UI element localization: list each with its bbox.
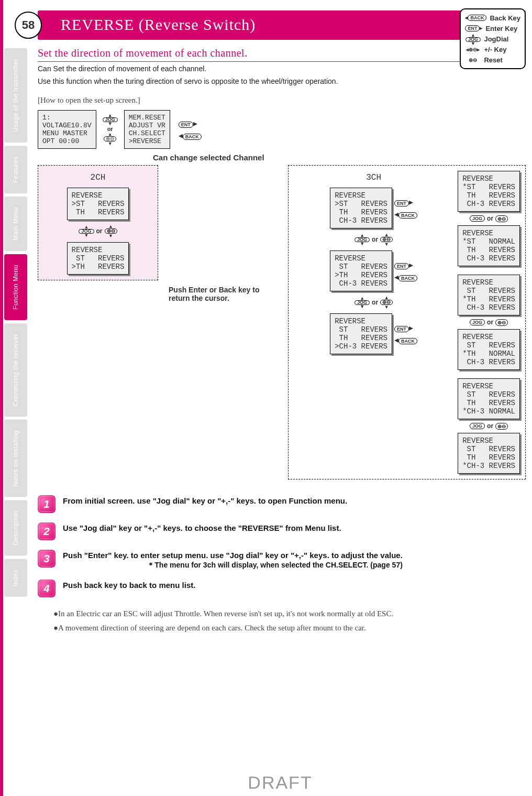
page-title: REVERSE (Reverse Switch) <box>38 10 526 40</box>
plusminus-icon: ◂⊕⊖▸ <box>465 47 481 52</box>
tab-function-menu[interactable]: Function Menu <box>4 254 27 320</box>
legend-enter: Enter Key <box>485 25 517 32</box>
step-text-4: Push back key to back to menu list. <box>63 580 195 591</box>
lcd-3ch-r0: REVERSE *ST REVERS TH REVERS CH-3 REVERS <box>458 171 520 212</box>
tab-index[interactable]: Index <box>4 559 27 597</box>
step-text-1: From initial screen. use "Jog dial" key … <box>63 495 347 506</box>
step-text-2: Use "Jog dial" key or "+,-" keys. to cho… <box>63 522 341 533</box>
back-icon: ◂BACK <box>179 130 202 140</box>
jog-or-pm-1: ▲JOG▼ or ▲⊕⊖▼ <box>103 114 118 146</box>
howto-heading: [How to open the set-up screen.] <box>38 96 526 105</box>
3ch-panel: 3CH REVERSE >ST REVERS TH REVERS CH-3 RE… <box>288 165 526 479</box>
enter-key-icon: ENT▸ <box>465 25 482 31</box>
lcd-3ch-l0: REVERSE >ST REVERS TH REVERS CH-3 REVERS <box>330 188 392 228</box>
step-badge-2: 2 <box>38 522 56 540</box>
tab-features[interactable]: Features <box>4 146 27 193</box>
3ch-title: 3CH <box>366 173 381 182</box>
legend-back: Back Key <box>490 14 520 22</box>
key-legend: ◂BACKBack Key ENT▸Enter Key ▲JOG▼JogDial… <box>460 8 526 69</box>
subtitle: Set the direction of movement of each ch… <box>38 47 526 62</box>
intro-2: Use this function when the turing direct… <box>38 77 526 87</box>
2ch-title: 2CH <box>43 173 152 182</box>
lcd-3ch-r2: REVERSE ST REVERS *TH REVERS CH-3 REVERS <box>458 275 520 315</box>
ent-icon: ENT▸ <box>179 118 202 128</box>
step-4: 4 Push back key to back to menu list. <box>38 580 526 597</box>
lcd-3ch-r4: REVERSE ST REVERS TH REVERS *CH-3 NORMAL <box>458 378 520 419</box>
tab-connecting[interactable]: Connecting the receiver <box>4 323 27 417</box>
draft-watermark: DRAFT <box>248 772 312 793</box>
step-badge-4: 4 <box>38 580 56 597</box>
legend-pm: +/- Key <box>484 46 506 53</box>
step-2: 2 Use "Jog dial" key or "+,-" keys. to c… <box>38 522 526 540</box>
lcd-menu: MEM.RESET ADJUST VR CH.SELECT >REVERSE <box>124 110 170 149</box>
lcd-2ch-b: REVERSE ST REVERS >TH REVERS <box>67 242 129 275</box>
tab-main-menu[interactable]: Main Menu <box>4 197 27 251</box>
legend-reset: Reset <box>484 56 502 64</box>
2ch-panel: 2CH REVERSE >ST REVERS TH REVERS ▲JOG▼ o… <box>38 165 158 280</box>
note-1: ●In an Electric car an ESC will adjust T… <box>53 608 526 620</box>
intro-1: Can Set the direction of movement of eac… <box>38 64 526 74</box>
jog-icon: ▲JOG▼ <box>465 32 481 46</box>
note-2: ●A movement direction of steering are de… <box>53 622 526 634</box>
lcd-3ch-l1: REVERSE ST REVERS >TH REVERS CH-3 REVERS <box>330 250 392 291</box>
side-tabs: Usage of the transmitter Features Main M… <box>3 0 28 796</box>
step-1: 1 From initial screen. use "Jog dial" ke… <box>38 495 526 513</box>
lcd-3ch-l2: REVERSE ST REVERS TH REVERS >CH-3 REVERS <box>330 313 392 354</box>
tab-notes[interactable]: Notes on installing <box>4 420 27 497</box>
tab-description[interactable]: Description <box>4 500 27 556</box>
cursor-hint: Push Enter or Back key to return the cur… <box>169 286 278 302</box>
lcd-initial: 1: VOLTAGE10.8V MENU MASTER OPT 00:00 <box>38 110 96 149</box>
page-number: 58 <box>15 12 42 39</box>
reset-icon: ⊕⊖ <box>465 57 481 63</box>
lcd-2ch-a: REVERSE >ST REVERS TH REVERS <box>67 188 129 220</box>
change-channel-label: Can change selected Channel <box>153 153 526 162</box>
step-3: 3 Push "Enter" key. to enter setup menu.… <box>38 550 526 570</box>
back-key-icon: ◂BACK <box>465 15 486 21</box>
step-text-3: Push "Enter" key. to enter setup menu. u… <box>63 550 403 561</box>
step-sub-3: ＊The menu for 3ch will display, when sel… <box>63 561 403 570</box>
open-flow: 1: VOLTAGE10.8V MENU MASTER OPT 00:00 ▲J… <box>38 110 526 149</box>
legend-jog: JogDial <box>484 35 508 43</box>
lcd-3ch-r1: REVERSE *ST NORMAL TH REVERS CH-3 REVERS <box>458 225 520 266</box>
lcd-3ch-r3: REVERSE ST REVERS *TH NORMAL CH-3 REVERS <box>458 329 520 370</box>
step-badge-3: 3 <box>38 550 56 568</box>
lcd-3ch-r5: REVERSE ST REVERS TH REVERS *CH-3 REVERS <box>458 433 520 474</box>
tab-usage[interactable]: Usage of the transmitter <box>4 48 27 143</box>
step-badge-1: 1 <box>38 495 56 513</box>
